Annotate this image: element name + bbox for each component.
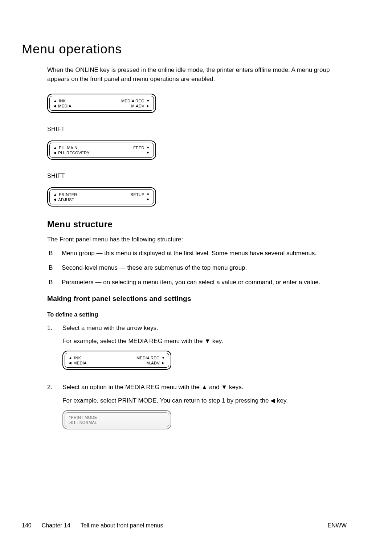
list-item: B Second-level menus — these are submenu… [49,264,347,272]
lcd-s1-bottom-right: M.ADV [146,361,159,365]
right-triangle-icon: ► [146,197,150,201]
step2-line2: For example, select PRINT MODE. You can … [62,397,347,404]
down-triangle-icon: ▼ [146,193,150,196]
lcd-panel-step2: #PRINT MODE >01 : NORMAL [62,410,171,429]
lcd2-top-right: FEED [133,146,144,150]
down-triangle-icon: ▼ [204,338,211,344]
left-triangle-icon: ◀ [270,397,275,404]
shift-label-2: SHIFT [47,173,347,179]
lcd-panel-step1: ▲INK ◀MEDIA MEDIA REG▼ M.ADV► [62,351,171,370]
up-triangle-icon: ▲ [69,356,72,360]
list-item: B Menu group — this menu is displayed at… [49,250,347,257]
lcd1-bottom-left: MEDIA [58,104,71,108]
step-number: 1. [47,325,53,379]
step1-line2: For example, select the MEDIA REG menu w… [62,338,347,345]
lcd-s2-row1: #PRINT MODE [69,415,165,420]
down-triangle-icon: ▼ [221,384,227,391]
lcd-panel-1: ▲INK ◀MEDIA MEDIA REG▼ M.ADV► [47,94,156,113]
right-triangle-icon: ► [146,104,150,108]
step-1: 1. Select a menu with the arrow keys. Fo… [47,325,347,379]
right-triangle-icon: ► [146,151,150,154]
selections-heading: Making front panel selections and settin… [47,295,347,303]
down-triangle-icon: ▼ [162,356,165,360]
intro-paragraph: When the ONLINE key is pressed in the on… [47,66,347,83]
lcd-s1-bottom-left: MEDIA [73,361,86,365]
lcd-s2-row2: >01 : NORMAL [69,420,165,425]
up-triangle-icon: ▲ [201,384,208,391]
left-triangle-icon: ◀ [53,151,56,155]
up-triangle-icon: ▲ [53,146,57,150]
chapter-title: Tell me about front panel menus [81,522,163,529]
lcd-s1-top-left: INK [74,356,81,360]
list-text: Second-level menus — these are submenus … [62,264,247,272]
left-triangle-icon: ◀ [69,361,72,365]
up-triangle-icon: ▲ [53,99,57,103]
page-number: 140 [22,522,32,529]
right-triangle-icon: ► [162,361,165,365]
menu-structure-lead: The Front panel menu has the following s… [47,236,347,243]
chapter-label: Chapter 14 [42,522,70,529]
lcd3-bottom-left: ADJUST [58,197,74,202]
lcd1-top-left: INK [59,99,66,103]
list-text: Parameters — on selecting a menu item, y… [62,279,320,286]
step-number: 2. [47,384,53,439]
lcd2-top-left: PH. MAIN [59,146,77,150]
bullet-marker: B [49,250,54,257]
page-footer: 140 Chapter 14 Tell me about front panel… [22,522,347,529]
down-triangle-icon: ▼ [146,146,150,150]
menu-structure-list: B Menu group — this menu is displayed at… [49,250,347,286]
lcd3-top-right: SETUP [131,192,144,197]
left-triangle-icon: ◀ [53,104,56,108]
lcd1-bottom-right: M.ADV [131,104,144,108]
list-text: Menu group — this menu is displayed at t… [62,250,317,257]
lcd-panel-2: ▲PH. MAIN ◀PH. RECOVERY FEED▼ ► [47,140,156,160]
step2-line1: Select an option in the MEDIA REG menu w… [62,384,347,391]
lcd2-bottom-left: PH. RECOVERY [58,151,90,155]
step-2: 2. Select an option in the MEDIA REG men… [47,384,347,439]
bullet-marker: B [49,279,54,286]
lcd-s1-top-right: MEDIA REG [136,356,160,360]
lcd1-top-right: MEDIA REG [121,99,144,103]
lcd3-top-left: PRINTER [59,192,77,197]
down-triangle-icon: ▼ [146,99,150,103]
menu-structure-heading: Menu structure [47,219,347,229]
left-triangle-icon: ◀ [53,198,56,201]
step1-line1: Select a menu with the arrow keys. [62,325,347,332]
list-item: B Parameters — on selecting a menu item,… [49,279,347,286]
selections-subheading: To define a setting [47,311,347,318]
footer-right: ENWW [328,522,347,529]
shift-label-1: SHIFT [47,126,347,132]
lcd-panel-3: ▲PRINTER ◀ADJUST SETUP▼ ► [47,187,156,207]
page-title: Menu operations [22,42,347,56]
up-triangle-icon: ▲ [53,193,57,196]
bullet-marker: B [49,264,54,272]
